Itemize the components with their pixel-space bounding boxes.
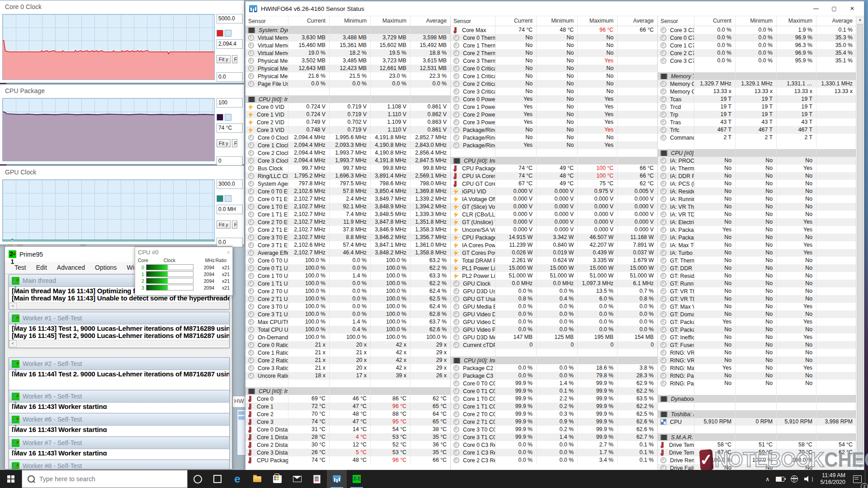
sensor-row[interactable]: Core 1 T0 Effective…2,102.7 MHz92.1 MHz3… bbox=[245, 203, 450, 211]
sensor-row[interactable]: Virtual Memory Load19.0 %18.2 %19.5 %18.… bbox=[245, 49, 450, 57]
search-input[interactable] bbox=[38, 475, 167, 483]
sensor-row[interactable]: Core 2 C3 Residency0.0 %0.0 %3.4 %0.1 % bbox=[451, 456, 657, 464]
menu-item-edit[interactable]: Edit bbox=[31, 264, 52, 271]
battery-icon[interactable] bbox=[773, 470, 788, 488]
fit-y-button[interactable]: Fit y bbox=[217, 55, 231, 63]
sensor-row[interactable]: Virtual Memory Com…3,630 MB3,488 MB3,729… bbox=[245, 34, 450, 42]
sensor-row[interactable]: Trp19 T19 T19 T bbox=[658, 111, 856, 118]
sensor-row[interactable]: IA: VR Thermal AlertNoNoNo bbox=[658, 203, 856, 211]
sensor-row[interactable]: Core 0 T1 Usage100.0 %0.0 %100.0 %62.2 % bbox=[245, 264, 450, 272]
sensor-row[interactable]: Core 3 T1 Effective…2,102.6 MHz57.4 MHz3… bbox=[245, 241, 450, 249]
sensor-row[interactable]: Core 2 VID0.749 V0.702 V1.109 V0.863 V bbox=[245, 118, 450, 126]
sensor-row[interactable]: Core 0 Thermal Thr…NoNoNo bbox=[451, 34, 657, 42]
sensor-row[interactable]: CPU IA Cores74 °C48 °C100 °C66 °C bbox=[451, 172, 657, 180]
close-icon[interactable]: x bbox=[227, 249, 230, 255]
page-taskbar-button[interactable] bbox=[307, 470, 327, 488]
store-taskbar-button[interactable] bbox=[267, 470, 287, 488]
child-titlebar[interactable]: 2-1Worker #1 - Self-Test bbox=[9, 312, 229, 324]
sensor-row[interactable]: Command Rate2 T2 T2 T bbox=[658, 134, 856, 141]
child-titlebar[interactable]: 2-1Worker #5 - Self-Test bbox=[9, 390, 229, 403]
sensor-row[interactable]: Core 3 Thermal Thr…NoNoYes bbox=[451, 57, 657, 65]
child-titlebar[interactable]: 2-1Worker #6 - Self-Test bbox=[9, 413, 229, 426]
sensor-row[interactable]: GT: VR Thermal AlertNoNoNo bbox=[658, 287, 856, 295]
sensor-row[interactable]: GPU Clock0.0 MHz0.0 MHz1,097.3 MHz6.1 MH… bbox=[451, 280, 657, 287]
sensor-row[interactable]: GT (Unslice) Voltag…0.000 V0.000 V0.000 … bbox=[451, 218, 657, 226]
sensor-row[interactable]: GPU D3D Usage0.0 %0.0 %13.5 %0.7 % bbox=[451, 287, 657, 295]
sensor-row[interactable]: Core 1 Critical Tem…NoNoNo bbox=[451, 72, 657, 80]
sensor-row[interactable]: CPU Package74 °C48 °C96 °C66 °C bbox=[245, 456, 450, 464]
sensor-row[interactable]: IA Cores Power11.239 W0.840 W42.207 W7.8… bbox=[451, 241, 657, 249]
sensor-row[interactable]: Core 3 VID0.748 V0.719 V1.110 V0.861 V bbox=[245, 126, 450, 134]
sensor-row[interactable]: IA: Package-Level R…NoNoNo bbox=[658, 234, 856, 241]
sensor-row[interactable]: Core 3 T0 Effective…2,102.7 MHz8.8 MHz3,… bbox=[245, 234, 450, 241]
sensor-row[interactable]: IA: Electrical Design …NoNoYes bbox=[658, 218, 856, 226]
sensor-row[interactable]: Core 3 Distance to …26 °C5 °C53 °C35 °C bbox=[245, 449, 450, 456]
sensor-row[interactable]: iGPU VID0.000 V0.000 V0.975 V0.005 V bbox=[451, 188, 657, 195]
sensor-row[interactable]: GT: Fuses limitNoNoNo bbox=[658, 341, 856, 349]
sensor-row[interactable]: IA: Turbo Attenuati…NoNoYes bbox=[658, 249, 856, 257]
sensor-row[interactable]: Core 0 T0 Usage100.0 %0.0 %100.0 %63.2 % bbox=[245, 257, 450, 264]
sensor-row[interactable]: CPU Package74 °C49 °C100 °C66 °C bbox=[451, 164, 657, 172]
column-header-minimum[interactable]: Minimum bbox=[536, 16, 577, 26]
sensor-row[interactable]: Core 1 T1 Usage100.0 %0.0 %100.0 %62.2 % bbox=[245, 280, 450, 287]
scroll-left-icon[interactable]: < bbox=[9, 340, 17, 347]
sensor-row[interactable]: CPU GT Cores (Gra…67 °C49 °C75 °C62 °C bbox=[451, 180, 657, 188]
sensor-row[interactable]: Core 2 T0 Effective…2,102.7 MHz11.9 MHz3… bbox=[245, 218, 450, 226]
sensor-row[interactable]: Core 2 C7 Residency0.0 %0.0 %96.9 %35.4 … bbox=[658, 49, 856, 57]
column-header-sensor[interactable]: Sensor bbox=[658, 18, 694, 24]
menu-item-advanced[interactable]: Advanced bbox=[52, 264, 90, 271]
sensor-row[interactable]: PL1 Power Limit15.000 W15.000 W15.000 W1… bbox=[451, 264, 657, 272]
sensor-row[interactable]: Core 172 °C47 °C96 °C65 °C bbox=[245, 403, 450, 410]
prime95-child-worker-7-self-test[interactable]: 2-1Worker #7 - Self-Test[May 16 11:43] W… bbox=[9, 436, 230, 461]
taskbar-clock[interactable]: 11:49 AM 5/16/2020 bbox=[816, 472, 850, 486]
close-button[interactable]: ✕ bbox=[843, 2, 861, 15]
edge-taskbar-button[interactable]: e bbox=[227, 470, 247, 488]
sensor-row[interactable]: Core 0 VID0.724 V0.719 V1.108 V0.861 V bbox=[245, 103, 450, 111]
sensor-row[interactable]: Ring/LLC Clock1,795.2 MHz1,696.3 MHz3,89… bbox=[245, 172, 450, 180]
column-header-current[interactable]: Current bbox=[288, 16, 329, 26]
sensor-row[interactable]: IA: DDR RAPLNoNoNo bbox=[658, 172, 856, 180]
hwinfo-window[interactable]: HWiNFO64 v6.26-4160 Sensor Status — ▢ ✕ … bbox=[245, 1, 864, 471]
sensor-row[interactable]: Memory Clock Ratio13.33 x13.33 x13.33 x1… bbox=[658, 88, 856, 95]
fit-x-button[interactable]: F bbox=[232, 139, 237, 147]
sensor-row[interactable]: Core 2 Critical Tem…NoNoNo bbox=[451, 80, 657, 88]
sensor-row[interactable]: Core 1 Clock2,094.4 MHz2,093.3 MHz4,190.… bbox=[245, 141, 450, 149]
sensor-row[interactable]: Core 3 Ratio21 x20 x42 x29 x bbox=[245, 364, 450, 372]
cpu0-panel[interactable]: CPU #0 x CoreClockMHzRatio 02094x2112094… bbox=[135, 247, 233, 296]
prime95-child-worker-6-self-test[interactable]: 2-1Worker #6 - Self-Test[May 16 11:43] W… bbox=[9, 413, 230, 438]
sensor-row[interactable]: GPU Media Engine …0.0 %0.0 %0.0 %0.0 % bbox=[451, 303, 657, 310]
sensor-row[interactable]: Current cTDP Level0000 bbox=[451, 341, 657, 349]
column-header-maximum[interactable]: Maximum bbox=[776, 16, 816, 26]
sensor-row[interactable]: Tras43 T43 T43 T bbox=[658, 118, 856, 126]
sensor-row[interactable]: Core 0 Clock2,094.4 MHz1,995.6 MHz4,191.… bbox=[245, 134, 450, 141]
sensor-row[interactable]: IA: Thermal EventNoNoYes bbox=[658, 164, 856, 172]
sensor-row[interactable]: Memory Clock1,329.7 MHz1,329.1 MHz1,331.… bbox=[658, 80, 856, 88]
sensor-row[interactable]: Core 0 C7 Residency0.0 %0.0 %96.9 %35.3 … bbox=[658, 34, 856, 42]
column-header-current[interactable]: Current bbox=[495, 16, 536, 26]
sensor-row[interactable]: IA: PROCHOTNoNoNo bbox=[658, 157, 856, 164]
sensor-row[interactable]: Core 2 Distance to …30 °C12 °C52 °C36 °C bbox=[245, 441, 450, 449]
sensor-row[interactable]: RING: VR TDCNoNoNo bbox=[658, 357, 856, 364]
column-header-maximum[interactable]: Maximum bbox=[370, 16, 410, 26]
sensor-row[interactable]: Core 2 Thermal Thr…NoNoNo bbox=[451, 49, 657, 57]
sensor-row[interactable]: GT: VR TDCNoNoNo bbox=[658, 295, 856, 303]
sensor-row[interactable]: CPU5,910 RPM0 RPM5,910 RPM3,998 RPM bbox=[658, 418, 856, 426]
sensor-row[interactable]: Core 3 T1 C0 Resid…99.9 %1.4 %99.9 %62.7… bbox=[451, 433, 657, 441]
sensor-row[interactable]: Core 2 T0 C0 Resid…99.9 %0.3 %99.9 %62.5… bbox=[451, 410, 657, 418]
sensor-row[interactable]: GT: Running Averag…NoNoNo bbox=[658, 280, 856, 287]
sensor-row[interactable]: IA: Running Averag…NoNoNo bbox=[658, 195, 856, 203]
sensor-row[interactable]: Max CPU/Thread U…100.0 %1.4 %100.0 %63.7… bbox=[245, 318, 450, 326]
sensor-row[interactable]: Average Effective …2,102.7 MHz46.4 MHz3,… bbox=[245, 249, 450, 257]
prime95-child-worker-5-self-test[interactable]: 2-1Worker #5 - Self-Test[May 16 11:43] W… bbox=[9, 390, 230, 414]
sensor-row[interactable]: Package C2 Reside…0.0 %0.0 %18.6 %3.8 % bbox=[451, 364, 657, 372]
sensor-row[interactable]: Core 3 C7 Residency0.0 %0.0 %95.9 %35.1 … bbox=[658, 57, 856, 65]
taskview-taskbar-button[interactable] bbox=[208, 470, 227, 488]
sensor-row[interactable]: Physical Memory Load21.6 %21.5 %23.0 %22… bbox=[245, 72, 450, 80]
sensor-row[interactable]: GT: Residency State…NoNoNo bbox=[658, 272, 856, 280]
sensor-row[interactable]: Core 0 T0 Effective…2,102.6 MHz57.8 MHz3… bbox=[245, 188, 450, 195]
sensor-row[interactable]: IA Voltage Offset0.000 V0.000 V0.000 V0.… bbox=[451, 195, 657, 203]
prime95-taskbar-button[interactable]: 2-1 bbox=[347, 470, 367, 488]
scrollbar-thumb[interactable] bbox=[857, 24, 863, 463]
minimize-button[interactable]: — bbox=[807, 2, 825, 15]
sensor-row[interactable]: Core Max74 °C48 °C96 °C66 °C bbox=[451, 26, 657, 34]
